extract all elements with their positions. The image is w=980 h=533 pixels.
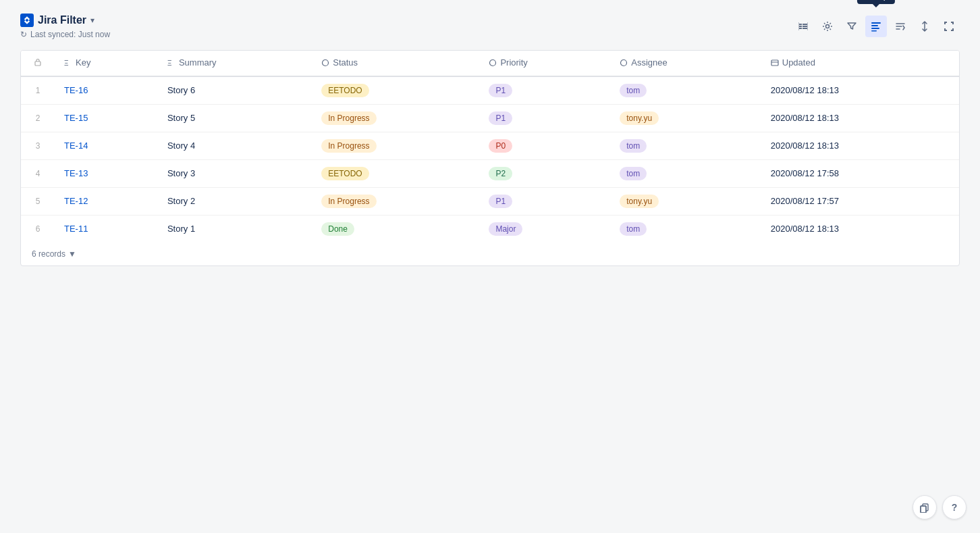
priority-badge: P1: [489, 111, 512, 125]
toolbar: Group: [792, 16, 960, 37]
copy-button[interactable]: [913, 495, 937, 519]
header-row: Ξ Key Ξ Summary Status: [21, 51, 959, 76]
col-assignee-header: Assignee: [610, 51, 761, 76]
status-badge: Done: [321, 222, 354, 236]
col-summary-header: Ξ Summary: [158, 51, 312, 76]
jira-icon: [20, 14, 34, 27]
table-row: 4TE-13Story 3EETODOP2tom2020/08/12 17:58: [21, 159, 959, 187]
row-key[interactable]: TE-15: [55, 104, 158, 132]
row-assignee: tony.yu: [610, 187, 761, 215]
row-summary: Story 1: [158, 215, 312, 243]
row-key[interactable]: TE-12: [55, 187, 158, 215]
status-col-icon: [321, 59, 329, 67]
row-status: Done: [312, 215, 479, 243]
priority-badge: P1: [489, 84, 512, 97]
help-icon: ?: [952, 502, 958, 513]
row-status: In Progress: [312, 104, 479, 132]
key-link[interactable]: TE-15: [64, 113, 88, 123]
key-link[interactable]: TE-14: [64, 141, 88, 151]
records-row: 6 records ▼: [21, 243, 959, 265]
row-height-button[interactable]: [914, 16, 935, 37]
key-link[interactable]: TE-11: [64, 224, 88, 234]
svg-rect-15: [921, 506, 926, 513]
svg-text:Ξ: Ξ: [167, 59, 172, 67]
col-updated-header: Updated: [761, 51, 959, 76]
app-title: Jira Filter: [38, 14, 86, 26]
col-status-header: Status: [312, 51, 479, 76]
fields-icon: [798, 21, 809, 32]
row-key[interactable]: TE-11: [55, 215, 158, 243]
records-count: 6 records: [32, 249, 65, 259]
records-dropdown-icon[interactable]: ▼: [68, 249, 76, 259]
key-link[interactable]: TE-12: [64, 196, 88, 206]
assignee-badge: tom: [620, 84, 647, 97]
settings-button[interactable]: [817, 16, 838, 37]
header: Jira Filter ▾ ↻ Last synced: Just now: [20, 14, 960, 39]
row-assignee: tom: [610, 132, 761, 159]
row-key[interactable]: TE-14: [55, 132, 158, 159]
fields-button[interactable]: [792, 16, 814, 37]
row-assignee: tom: [610, 159, 761, 187]
help-button[interactable]: ?: [942, 495, 967, 519]
filter-button[interactable]: [841, 16, 863, 37]
table-row: 1TE-16Story 6EETODOP1tom2020/08/12 18:13: [21, 76, 959, 105]
row-assignee: tony.yu: [610, 104, 761, 132]
svg-rect-12: [771, 60, 778, 66]
row-updated: 2020/08/12 18:13: [761, 215, 959, 243]
row-num: 2: [21, 104, 55, 132]
assignee-badge: tom: [620, 222, 647, 236]
row-priority: P0: [479, 132, 610, 159]
col-priority-header: Priority: [479, 51, 610, 76]
copy-icon: [919, 502, 930, 513]
row-num: 4: [21, 159, 55, 187]
svg-rect-3: [871, 25, 878, 26]
key-link[interactable]: TE-13: [64, 168, 88, 178]
row-height-icon: [919, 21, 930, 32]
assignee-badge: tom: [620, 139, 647, 153]
filter-icon: [846, 21, 857, 32]
group-button[interactable]: Group: [865, 16, 887, 37]
row-status: In Progress: [312, 187, 479, 215]
row-status: EETODO: [312, 159, 479, 187]
sort-button[interactable]: [890, 16, 911, 37]
updated-col-icon: [771, 59, 779, 67]
title-dropdown[interactable]: ▾: [90, 16, 94, 25]
status-badge: In Progress: [321, 195, 376, 208]
assignee-badge: tony.yu: [620, 195, 659, 208]
key-link[interactable]: TE-16: [64, 85, 88, 95]
settings-icon: [822, 21, 833, 32]
row-updated: 2020/08/12 17:58: [761, 159, 959, 187]
priority-badge: Major: [489, 222, 522, 236]
row-priority: P1: [479, 76, 610, 105]
priority-badge: P2: [489, 167, 512, 180]
row-key[interactable]: TE-13: [55, 159, 158, 187]
assignee-col-icon: [620, 59, 628, 67]
row-priority: P1: [479, 104, 610, 132]
row-num: 1: [21, 76, 55, 105]
row-priority: Major: [479, 215, 610, 243]
priority-badge: P1: [489, 195, 512, 208]
main-container: Jira Filter ▾ ↻ Last synced: Just now: [0, 0, 980, 280]
row-updated: 2020/08/12 18:13: [761, 104, 959, 132]
svg-rect-0: [20, 14, 34, 27]
sync-row: ↻ Last synced: Just now: [20, 30, 110, 39]
sync-icon: ↻: [20, 30, 27, 39]
row-updated: 2020/08/12 18:13: [761, 76, 959, 105]
table-body: 1TE-16Story 6EETODOP1tom2020/08/12 18:13…: [21, 76, 959, 243]
fullscreen-button[interactable]: [938, 16, 960, 37]
row-summary: Story 3: [158, 159, 312, 187]
priority-col-icon: [489, 59, 497, 67]
svg-point-10: [490, 59, 496, 66]
svg-rect-6: [35, 61, 40, 66]
data-table: Ξ Key Ξ Summary Status: [21, 51, 959, 243]
summary-col-icon: Ξ: [167, 59, 175, 67]
svg-point-1: [826, 25, 829, 28]
svg-rect-2: [871, 22, 881, 24]
row-key[interactable]: TE-16: [55, 76, 158, 105]
row-summary: Story 6: [158, 76, 312, 105]
row-updated: 2020/08/12 18:13: [761, 132, 959, 159]
status-badge: EETODO: [321, 84, 369, 97]
svg-point-11: [621, 59, 627, 66]
row-num: 3: [21, 132, 55, 159]
row-status: In Progress: [312, 132, 479, 159]
